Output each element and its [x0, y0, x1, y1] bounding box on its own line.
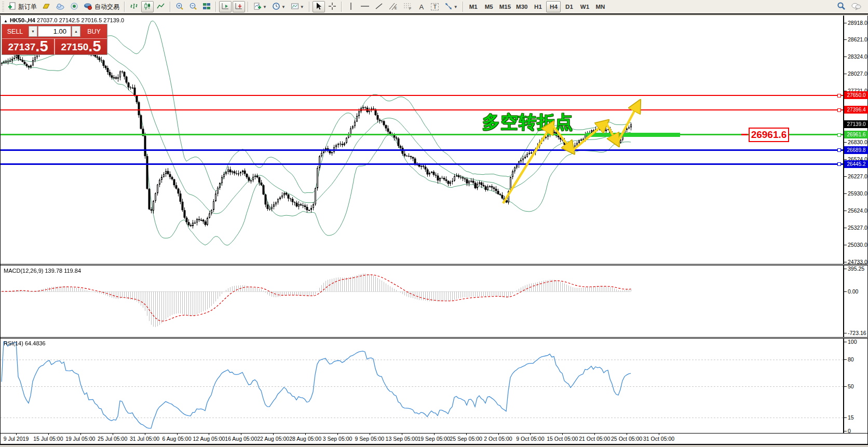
buy-price[interactable]: 27150.5 [55, 39, 107, 54]
time-axis-label: 25 Jul 05:00 [98, 436, 127, 442]
timeframe-w1[interactable]: W1 [577, 1, 592, 12]
zoom-out-button[interactable] [187, 1, 199, 12]
price-tick [844, 193, 847, 194]
periods-button[interactable]: ▼ [270, 1, 288, 12]
time-axis-label: 13 Sep 05:00 [386, 436, 418, 442]
volume-increase-button[interactable]: ▲ [72, 26, 80, 37]
timeframe-h1[interactable]: H1 [531, 1, 545, 12]
profiles-button[interactable] [40, 1, 52, 12]
level-price-tag: 26689.8 [844, 146, 868, 154]
search-button[interactable] [835, 1, 848, 12]
timeframe-h4[interactable]: H4 [546, 1, 561, 12]
macd-tick-label: 0.00 [848, 288, 858, 295]
trend-arrows[interactable] [1, 16, 843, 264]
trend-arrow-segment[interactable] [606, 122, 617, 143]
text-tool-button[interactable]: A [415, 1, 428, 12]
chat-button[interactable] [849, 1, 863, 12]
time-axis-label: 15 Oct 05:00 [547, 436, 578, 442]
price-tick [844, 228, 847, 228]
trend-arrow-segment[interactable] [552, 124, 572, 151]
time-tick [145, 433, 145, 435]
time-tick [241, 433, 241, 435]
auto-scroll-button[interactable] [219, 1, 232, 12]
macd-chart-canvas[interactable] [1, 266, 843, 337]
zoom-out-icon [189, 2, 197, 12]
level-price-tag: 26961.6 [844, 131, 868, 138]
horizontal-line-tool-button[interactable] [358, 1, 372, 12]
time-axis-label: 22 Aug 05:00 [257, 436, 289, 442]
label-tool-button[interactable]: T [429, 1, 441, 12]
text-tool-icon: A [419, 3, 424, 11]
price-tick-label: 28918.0 [848, 20, 867, 26]
rsi-tick-label: 15 [848, 414, 854, 421]
profiles-icon [42, 2, 50, 12]
trendline-tool-button[interactable] [373, 1, 385, 12]
time-axis-label: 31 Jul 05:00 [130, 436, 159, 442]
signals-button[interactable] [68, 1, 80, 12]
volume-input[interactable]: 1.00 [38, 26, 71, 37]
fibonacci-tool-button[interactable]: F [401, 1, 414, 12]
vertical-line-tool-button[interactable] [345, 1, 357, 12]
trend-arrow-segment[interactable] [572, 122, 606, 151]
bar-chart-icon [130, 2, 138, 12]
label-tool-icon: T [431, 3, 439, 10]
signals-icon [70, 2, 78, 12]
templates-button[interactable]: ▼ [289, 1, 306, 12]
time-tick [177, 433, 178, 435]
autotrade-label: 自动交易 [94, 3, 119, 11]
time-tick [434, 433, 435, 435]
periods-clock-icon [272, 2, 280, 12]
time-tick [466, 433, 467, 435]
buy-button[interactable]: BUY [81, 24, 107, 38]
timeframe-m15[interactable]: M15 [497, 1, 513, 12]
time-tick [627, 433, 627, 435]
dropdown-arrow-icon: ▼ [263, 5, 267, 9]
price-axis-line [843, 16, 844, 433]
timeframe-m1[interactable]: M1 [466, 1, 481, 12]
time-axis-label: 15 Jul 05:00 [33, 436, 63, 442]
new-order-icon [8, 2, 16, 12]
trend-arrow-segment[interactable] [503, 124, 552, 203]
sell-price[interactable]: 27137.5 [2, 39, 55, 54]
timeframe-mn[interactable]: MN [593, 1, 607, 12]
volume-decrease-button[interactable]: ▼ [29, 26, 37, 37]
rsi-indicator-label: RSI(14) 64.4836 [4, 340, 46, 346]
candlestick-chart-button[interactable] [141, 1, 154, 12]
zoom-in-button[interactable] [173, 1, 186, 12]
time-tick [113, 433, 113, 435]
timeframe-m30[interactable]: M30 [514, 1, 530, 12]
new-order-button[interactable]: 新订单 [6, 1, 39, 12]
tile-windows-button[interactable] [200, 1, 213, 12]
time-axis-label: 9 Oct 05:00 [516, 436, 544, 442]
time-axis-label: 19 Sep 05:00 [417, 436, 450, 442]
arrows-tool-button[interactable]: ▼ [442, 1, 460, 12]
line-chart-button[interactable] [155, 1, 167, 12]
indicators-button[interactable]: ▼ [251, 1, 269, 12]
collapse-marker-icon[interactable]: ▲ [4, 19, 8, 23]
trend-arrow-segment[interactable] [617, 103, 639, 143]
level-price-tag: 27396.4 [844, 106, 868, 114]
bar-chart-button[interactable] [128, 1, 140, 12]
pane-separator[interactable] [1, 264, 868, 266]
rsi-chart-canvas[interactable] [1, 339, 843, 432]
timeframe-d1[interactable]: D1 [562, 1, 576, 12]
market-button[interactable] [53, 1, 67, 12]
cloud-icon [56, 2, 65, 12]
equidistant-channel-icon: E [388, 2, 398, 12]
chart-shift-button[interactable] [233, 1, 245, 12]
time-axis-label: 12 Aug 05:00 [193, 436, 225, 442]
crosshair-tool-button[interactable] [326, 1, 338, 12]
window-bottom-border [1, 444, 868, 445]
time-axis-label: 19 Jul 05:00 [65, 436, 95, 442]
pane-separator[interactable] [1, 337, 868, 339]
equidistant-channel-tool-button[interactable]: E [386, 1, 400, 12]
price-tick-label: 25624.0 [848, 207, 867, 214]
autotrade-button[interactable]: 自动交易 [82, 1, 121, 12]
cursor-tool-button[interactable] [313, 1, 325, 12]
price-callout-box[interactable]: 26961.6 [749, 128, 789, 142]
macd-indicator-label: MACD(12,26,9) 139.78 119.84 [4, 268, 81, 274]
timeframe-m5[interactable]: M5 [482, 1, 496, 12]
price-tick-label: 25930.0 [848, 190, 867, 197]
price-tick-label: 26830.0 [848, 139, 867, 145]
sell-button[interactable]: SELL [2, 24, 28, 38]
